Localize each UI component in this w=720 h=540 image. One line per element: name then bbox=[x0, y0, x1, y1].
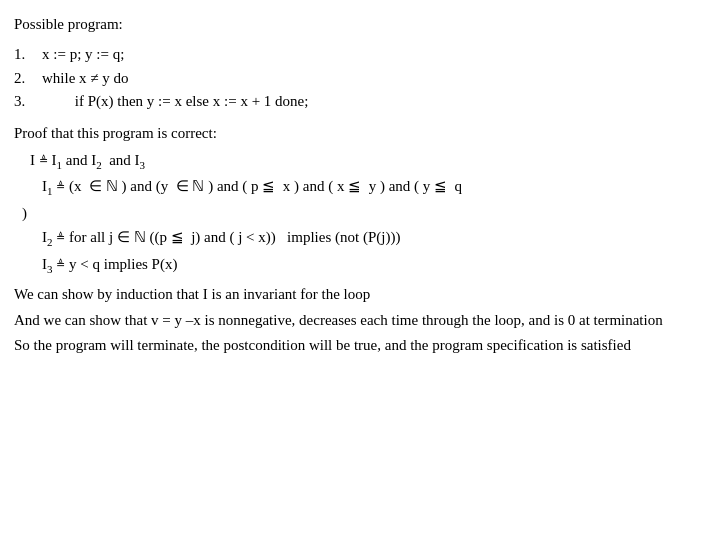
list-num-2: 2. bbox=[14, 68, 42, 90]
conclusion-section: We can show by induction that I is an in… bbox=[14, 283, 704, 357]
list-code-1: x := p; y := q; bbox=[42, 44, 124, 66]
proof-section: Proof that this program is correct: I ≜ … bbox=[14, 123, 704, 277]
program-list: 1. x := p; y := q; 2. while x ≠ y do 3. … bbox=[14, 44, 704, 113]
proof-invariant-main: I ≜ I1 and I2 and I3 bbox=[14, 149, 704, 174]
conclusion-3: So the program will terminate, the postc… bbox=[14, 334, 704, 357]
list-num-1: 1. bbox=[14, 44, 42, 66]
proof-i3-def: I3 ≜ y < q implies P(x) bbox=[14, 253, 704, 278]
content-area: Possible program: 1. x := p; y := q; 2. … bbox=[14, 14, 704, 357]
possible-program-title: Possible program: bbox=[14, 14, 704, 36]
list-num-3: 3. bbox=[14, 91, 42, 113]
conclusion-1: We can show by induction that I is an in… bbox=[14, 283, 704, 306]
proof-i1-closing: ) bbox=[14, 202, 704, 225]
proof-title: Proof that this program is correct: bbox=[14, 123, 704, 145]
list-code-2: while x ≠ y do bbox=[42, 68, 129, 90]
list-item-1: 1. x := p; y := q; bbox=[14, 44, 704, 66]
conclusion-2: And we can show that v = y –x is nonnega… bbox=[14, 309, 704, 332]
proof-i2-def: I2 ≜ for all j ∈ ℕ ((p ≦ j) and ( j < x)… bbox=[14, 226, 704, 251]
list-code-3: if P(x) then y := x else x := x + 1 done… bbox=[42, 91, 308, 113]
list-item-2: 2. while x ≠ y do bbox=[14, 68, 704, 90]
list-item-3: 3. if P(x) then y := x else x := x + 1 d… bbox=[14, 91, 704, 113]
proof-i1-def: I1 ≜ (x ∈ ℕ ) and (y ∈ ℕ ) and ( p ≦ x )… bbox=[14, 175, 704, 200]
